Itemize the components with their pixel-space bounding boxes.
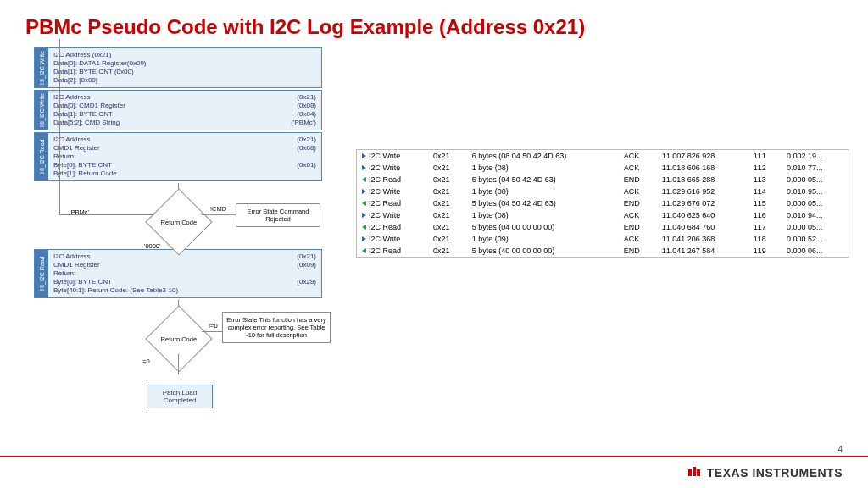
block-tab: HI_I2C Write — [35, 91, 48, 130]
log-row: I2C Read0x215 bytes (04 00 00 00 00)END1… — [357, 221, 849, 233]
arrow-right-icon — [362, 165, 366, 170]
ti-logo-text: TEXAS INSTRUMENTS — [707, 466, 843, 480]
branch-label-not-zero: !=0 — [209, 322, 218, 330]
block-body: I2C Address(0x21)Data[0]: CMD1 Register(… — [48, 91, 321, 130]
log-row: I2C Read0x215 bytes (04 50 42 4D 63)END1… — [357, 174, 849, 186]
block-body: I2C Address (0x21)Data[0]: DATA1 Registe… — [48, 48, 321, 87]
branch-label-not-cmd: !CMD — [210, 205, 226, 213]
flow-block: HI_I2C WriteI2C Address (0x21)Data[0]: D… — [34, 47, 322, 88]
log-row: I2C Read0x215 bytes (40 00 00 00 00)END1… — [357, 245, 849, 257]
block-tab: HI_I2C Read — [35, 133, 48, 180]
footer: TEXAS INSTRUMENTS — [0, 456, 868, 488]
ti-logo-icon — [687, 464, 702, 482]
log-row: I2C Read0x215 bytes (04 50 42 4D 63)END1… — [357, 197, 849, 209]
arrow-left-icon — [362, 177, 366, 182]
error-state-complex: Error State This function has a very com… — [222, 312, 331, 343]
i2c-log-table: I2C Write0x216 bytes (08 04 50 42 4D 63)… — [356, 149, 849, 258]
block-tab: HI_I2C Read — [35, 250, 48, 297]
log-row: I2C Write0x211 byte (08)ACK11.040 625 64… — [357, 209, 849, 221]
log-row: I2C Write0x216 bytes (08 04 50 42 4D 63)… — [357, 150, 849, 162]
arrow-left-icon — [362, 201, 366, 206]
log-row: I2C Write0x211 byte (08)ACK11.018 606 16… — [357, 162, 849, 174]
arrow-left-icon — [362, 248, 366, 253]
log-row: I2C Write0x211 byte (08)ACK11.029 616 95… — [357, 186, 849, 197]
arrow-right-icon — [362, 213, 366, 218]
flow-block: HI_I2C WriteI2C Address(0x21)Data[0]: CM… — [34, 90, 322, 130]
flow-block: HI_I2C ReadI2C Address(0x21)CMD1 Registe… — [34, 249, 322, 298]
branch-label-zero: =0 — [142, 358, 150, 365]
ti-logo: TEXAS INSTRUMENTS — [687, 464, 843, 482]
flowchart-diagram: HI_I2C WriteI2C Address (0x21)Data[0]: D… — [34, 47, 322, 408]
decision-return-code-2: Return Code — [145, 305, 212, 372]
page-number: 4 — [837, 445, 843, 454]
page-title: PBMc Pseudo Code with I2C Log Example (A… — [0, 0, 868, 47]
patch-load-completed: Patch Load Completed — [147, 385, 213, 408]
arrow-left-icon — [362, 225, 366, 230]
arrow-right-icon — [362, 153, 366, 158]
flow-block: HI_I2C ReadI2C Address(0x21)CMD1 Registe… — [34, 132, 322, 181]
block-tab: HI_I2C Write — [35, 48, 48, 87]
block-body: I2C Address(0x21)CMD1 Register(0x09)Retu… — [48, 250, 321, 297]
error-state-command-rejected: Error State Command Rejected — [236, 203, 320, 227]
branch-label-0000: '0000' — [144, 242, 161, 250]
arrow-right-icon — [362, 236, 366, 241]
arrow-right-icon — [362, 189, 366, 194]
block-body: I2C Address(0x21)CMD1 Register(0x08)Retu… — [48, 133, 321, 180]
log-row: I2C Write0x211 byte (09)ACK11.041 206 36… — [357, 233, 849, 245]
